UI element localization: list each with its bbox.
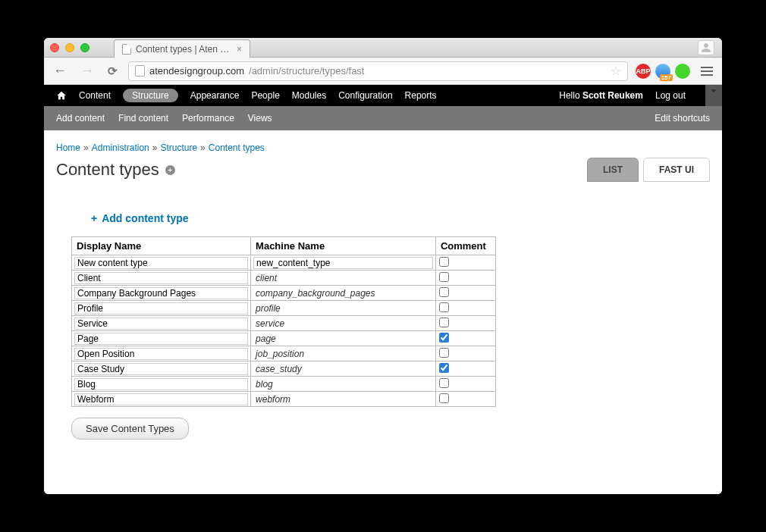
close-window[interactable] <box>50 43 59 52</box>
shortcut-performance[interactable]: Performance <box>182 113 234 124</box>
table-row: page <box>72 331 496 346</box>
hello-user: Hello Scott Reukem <box>559 90 643 101</box>
display-name-input[interactable] <box>74 348 248 360</box>
breadcrumb-structure[interactable]: Structure <box>160 142 197 153</box>
shortcut-views[interactable]: Views <box>248 113 272 124</box>
tab-list[interactable]: LIST <box>587 158 639 182</box>
page-icon <box>122 44 131 55</box>
admin-menu-modules[interactable]: Modules <box>292 90 326 101</box>
machine-name-cell: job_position <box>251 346 436 361</box>
admin-drop-toggle[interactable] <box>705 85 722 106</box>
table-row: profile <box>72 301 496 316</box>
display-name-input[interactable] <box>74 287 248 299</box>
display-name-input[interactable] <box>74 272 248 284</box>
col-comment: Comment <box>435 237 495 255</box>
comment-checkbox[interactable] <box>439 287 449 297</box>
bookmark-star-icon[interactable]: ☆ <box>611 64 621 78</box>
url-path: /admin/structure/types/fast <box>249 65 364 77</box>
breadcrumb-separator: » <box>152 142 158 153</box>
admin-menu-structure[interactable]: Structure <box>123 89 178 102</box>
table-row: blog <box>72 377 496 392</box>
display-name-input[interactable] <box>74 378 248 390</box>
edit-shortcuts-link[interactable]: Edit shortcuts <box>655 113 710 124</box>
breadcrumb-administration[interactable]: Administration <box>92 142 149 153</box>
titlebar: Content types | Aten Desig × <box>44 38 722 58</box>
breadcrumb-content-types[interactable]: Content types <box>209 142 265 153</box>
display-name-input[interactable] <box>74 333 248 345</box>
address-bar: ← → ⟳ atendesigngroup.com/admin/structur… <box>44 58 722 85</box>
feed-extension-icon[interactable] <box>655 64 670 79</box>
zoom-window[interactable] <box>80 43 89 52</box>
tab-fast-ui[interactable]: FAST UI <box>643 158 710 182</box>
minimize-window[interactable] <box>65 43 74 52</box>
admin-menu-configuration[interactable]: Configuration <box>338 90 392 101</box>
abp-extension-icon[interactable]: ABP <box>636 64 651 79</box>
admin-menu-reports[interactable]: Reports <box>405 90 437 101</box>
add-content-type-label: Add content type <box>102 212 188 224</box>
breadcrumb-separator: » <box>200 142 206 153</box>
chat-extension-icon[interactable] <box>675 64 690 79</box>
logout-link[interactable]: Log out <box>655 90 686 101</box>
breadcrumb-separator: » <box>83 142 89 153</box>
shortcut-bar: Add contentFind contentPerformanceViews … <box>44 106 722 130</box>
machine-name-cell: company_background_pages <box>251 286 436 301</box>
comment-checkbox[interactable] <box>439 318 449 327</box>
admin-menu-content[interactable]: Content <box>79 90 111 101</box>
display-name-input[interactable] <box>74 302 248 315</box>
browser-tab[interactable]: Content types | Aten Desig × <box>114 39 250 58</box>
add-icon[interactable]: + <box>165 165 175 175</box>
display-name-input[interactable] <box>74 393 248 405</box>
machine-name-cell: profile <box>251 301 436 316</box>
comment-checkbox[interactable] <box>439 272 449 282</box>
add-content-type-link[interactable]: + Add content type <box>91 212 189 224</box>
col-display-name: Display Name <box>72 237 251 255</box>
new-machine-name-input[interactable] <box>253 257 433 269</box>
close-tab-icon[interactable]: × <box>237 44 242 55</box>
display-name-input[interactable] <box>74 318 248 330</box>
shortcut-add-content[interactable]: Add content <box>56 113 105 124</box>
new-display-name-input[interactable] <box>74 257 248 269</box>
new-comment-checkbox[interactable] <box>439 257 449 267</box>
browser-window: Content types | Aten Desig × ← → ⟳ atend… <box>44 38 722 494</box>
site-icon <box>135 65 145 77</box>
table-row: case_study <box>72 361 496 377</box>
comment-checkbox[interactable] <box>439 378 449 388</box>
admin-top-menu: ContentStructureAppearancePeopleModulesC… <box>44 85 722 106</box>
reload-button[interactable]: ⟳ <box>105 64 121 78</box>
page-title: Content types <box>56 160 159 180</box>
admin-menu-people[interactable]: People <box>251 90 279 101</box>
machine-name-cell: case_study <box>251 361 436 377</box>
profile-button[interactable] <box>698 40 714 55</box>
table-row: webform <box>72 392 496 407</box>
machine-name-cell: client <box>251 271 436 286</box>
col-machine-name: Machine Name <box>251 237 436 255</box>
comment-checkbox[interactable] <box>439 333 449 343</box>
comment-checkbox[interactable] <box>439 302 449 312</box>
comment-checkbox[interactable] <box>439 348 449 358</box>
save-content-types-button[interactable]: Save Content Types <box>71 418 189 440</box>
home-icon[interactable] <box>56 90 67 101</box>
machine-name-cell: webform <box>251 392 436 407</box>
page-content: Home»Administration»Structure»Content ty… <box>44 130 722 494</box>
url-host: atendesigngroup.com <box>149 65 244 77</box>
shortcut-find-content[interactable]: Find content <box>118 113 168 124</box>
table-row: job_position <box>72 346 496 361</box>
breadcrumb-home[interactable]: Home <box>56 142 80 153</box>
traffic-lights <box>50 43 89 52</box>
table-row: service <box>72 316 496 331</box>
table-row: client <box>72 271 496 286</box>
display-name-input[interactable] <box>74 363 248 375</box>
content-types-table: Display Name Machine Name Comment client… <box>71 236 496 407</box>
machine-name-cell: service <box>251 316 436 331</box>
machine-name-cell: blog <box>251 377 436 392</box>
tab-title: Content types | Aten Desig <box>136 44 232 55</box>
comment-checkbox[interactable] <box>439 393 449 403</box>
admin-menu-appearance[interactable]: Appearance <box>190 90 240 101</box>
back-button[interactable]: ← <box>50 63 70 79</box>
url-field[interactable]: atendesigngroup.com/admin/structure/type… <box>128 61 628 81</box>
page-title-row: Content types + LIST FAST UI <box>56 158 710 182</box>
breadcrumb: Home»Administration»Structure»Content ty… <box>56 142 710 153</box>
forward-button[interactable]: → <box>77 63 97 79</box>
comment-checkbox[interactable] <box>439 363 449 373</box>
browser-menu-button[interactable] <box>698 64 716 79</box>
